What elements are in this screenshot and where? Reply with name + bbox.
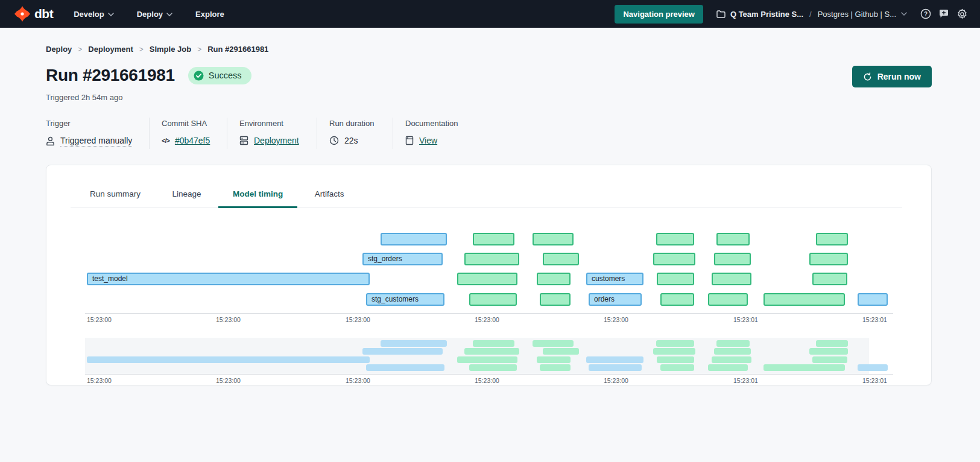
- person-icon: [46, 136, 55, 146]
- top-nav: dbt Develop Deploy Explore Navigation pr…: [0, 0, 980, 28]
- timing-bar[interactable]: [812, 273, 847, 285]
- timing-bar[interactable]: [763, 293, 845, 306]
- axis-tick-label: 15:23:01: [862, 316, 887, 323]
- timing-bar[interactable]: [712, 356, 751, 363]
- help-icon: ?: [920, 8, 931, 19]
- timing-bar[interactable]: [457, 273, 517, 285]
- breadcrumb-item-deploy[interactable]: Deploy: [46, 45, 72, 54]
- breadcrumb: Deploy > Deployment > SImple Job > Run #…: [46, 45, 932, 54]
- timing-bar[interactable]: [714, 253, 751, 265]
- timing-bar[interactable]: [464, 253, 519, 265]
- documentation-link[interactable]: View: [419, 136, 437, 145]
- nav-menu-label: Explore: [195, 10, 224, 19]
- timing-bar[interactable]: [381, 340, 447, 347]
- timing-bar[interactable]: [708, 364, 748, 371]
- timing-bar[interactable]: [473, 233, 514, 245]
- run-detail-card: Run summary Lineage Model timing Artifac…: [46, 165, 932, 385]
- timing-bar[interactable]: [656, 340, 694, 347]
- timing-bar[interactable]: [473, 340, 514, 347]
- refresh-icon: [863, 72, 872, 81]
- environment-link[interactable]: Deployment: [254, 136, 299, 145]
- navigation-preview-button[interactable]: Navigation preview: [615, 5, 703, 24]
- timing-bar[interactable]: [657, 356, 694, 363]
- timing-bar[interactable]: [858, 293, 888, 306]
- timing-bar-customers[interactable]: customers: [586, 273, 643, 285]
- timing-bar[interactable]: [657, 273, 694, 285]
- duration-value: 22s: [344, 136, 358, 145]
- breadcrumb-separator: >: [197, 45, 201, 54]
- chevron-down-icon[interactable]: [901, 12, 907, 16]
- timing-bar[interactable]: [816, 233, 848, 245]
- timing-bar-stg_orders[interactable]: [362, 348, 443, 355]
- timing-bar[interactable]: [457, 356, 517, 363]
- timing-bar[interactable]: [809, 253, 848, 265]
- status-badge: Success: [188, 67, 251, 84]
- model-timing-chart: stg_orderstest_modelcustomersstg_custome…: [85, 165, 893, 386]
- timing-bar[interactable]: [712, 273, 751, 285]
- timing-bar[interactable]: [469, 364, 517, 371]
- nav-menu-explore[interactable]: Explore: [195, 10, 224, 19]
- axis-tick-label: 15:23:01: [862, 377, 887, 384]
- timing-bar[interactable]: [763, 364, 845, 371]
- timing-bar-test_model[interactable]: test_model: [87, 273, 370, 285]
- nav-menu-develop[interactable]: Develop: [74, 10, 114, 19]
- nav-menu-deploy[interactable]: Deploy: [137, 10, 172, 19]
- timing-bar[interactable]: [714, 348, 751, 355]
- dbt-logo[interactable]: dbt: [14, 6, 53, 22]
- timing-bar[interactable]: [533, 233, 574, 245]
- timing-bar[interactable]: [540, 364, 571, 371]
- timing-bar[interactable]: [656, 233, 694, 245]
- trigger-value[interactable]: Triggered manually: [60, 136, 132, 147]
- timing-bar-stg_customers[interactable]: stg_customers: [366, 293, 444, 306]
- timing-bar[interactable]: [816, 340, 848, 347]
- timing-bar-customers[interactable]: [586, 356, 643, 363]
- settings-button[interactable]: [956, 8, 968, 20]
- timing-bar[interactable]: [653, 253, 695, 265]
- timing-bar[interactable]: [716, 340, 750, 347]
- axis-tick-label: 15:23:00: [346, 377, 370, 384]
- timing-bar-orders[interactable]: [589, 364, 642, 371]
- timing-bar-label: stg_customers: [367, 294, 443, 305]
- timing-bar[interactable]: [537, 356, 571, 363]
- timing-bar[interactable]: [537, 273, 571, 285]
- axis-tick-label: 15:23:01: [733, 377, 758, 384]
- breadcrumb-item-deployment[interactable]: Deployment: [88, 45, 133, 54]
- timing-bar-label: stg_orders: [364, 254, 441, 264]
- timing-bar[interactable]: [543, 348, 579, 355]
- document-icon: [405, 136, 414, 145]
- timing-bar[interactable]: [381, 233, 447, 245]
- timing-bar-stg_customers[interactable]: [366, 364, 444, 371]
- dbt-logo-icon: [14, 6, 30, 22]
- project-name[interactable]: Q Team Pristine S...: [730, 10, 803, 19]
- feedback-button[interactable]: [938, 8, 949, 19]
- timing-bar[interactable]: [660, 293, 694, 306]
- svg-text:?: ?: [924, 11, 928, 17]
- axis-tick-label: 15:23:00: [87, 377, 112, 384]
- nav-menu-label: Develop: [74, 10, 104, 19]
- timing-bar-test_model[interactable]: [87, 356, 370, 363]
- timing-bar[interactable]: [708, 293, 748, 306]
- rerun-now-button[interactable]: Rerun now: [852, 66, 932, 87]
- code-icon: </>: [162, 137, 169, 144]
- timing-bar[interactable]: [858, 364, 888, 371]
- timing-bar[interactable]: [809, 348, 848, 355]
- timing-bar[interactable]: [543, 253, 579, 265]
- timing-bar[interactable]: [533, 340, 574, 347]
- environment-name[interactable]: Postgres | Github | S...: [818, 10, 896, 19]
- timing-bar[interactable]: [653, 348, 695, 355]
- meta-label: Commit SHA: [162, 119, 215, 128]
- timing-bar-stg_orders[interactable]: stg_orders: [362, 253, 443, 265]
- breadcrumb-item-job[interactable]: SImple Job: [150, 45, 191, 54]
- timing-bar[interactable]: [464, 348, 519, 355]
- timing-bar[interactable]: [540, 293, 571, 306]
- timing-bar[interactable]: [660, 364, 694, 371]
- timing-bar[interactable]: [469, 293, 517, 306]
- folder-icon: [716, 10, 726, 18]
- commit-sha-link[interactable]: #0b47ef5: [175, 136, 210, 145]
- timing-bar[interactable]: [812, 356, 847, 363]
- triggered-time: Triggered 2h 54m ago: [46, 93, 932, 102]
- help-button[interactable]: ?: [920, 8, 931, 19]
- timing-bar[interactable]: [716, 233, 750, 245]
- database-icon: [239, 136, 248, 145]
- timing-bar-orders[interactable]: orders: [589, 293, 642, 306]
